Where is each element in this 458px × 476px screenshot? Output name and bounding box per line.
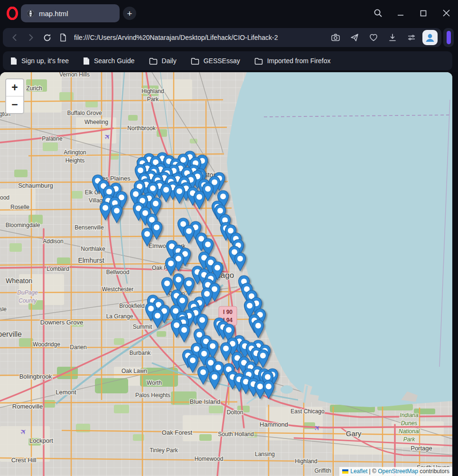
map-label: South Holland [218,431,253,438]
easy-setup-button[interactable] [403,29,420,46]
map-label: Romeoville [12,403,43,410]
bookmark-folder[interactable]: GESSEssay [191,57,240,65]
map-label: Burbank [130,350,151,356]
map-label: Bolingbrook [19,373,52,380]
tab-title: map.html [39,10,68,18]
map-label: Schaumburg [18,182,53,189]
map-label: Oak Lawn [122,368,147,374]
map-label: Darien [70,344,86,351]
sidebar-toggle[interactable] [443,28,454,47]
browser-window: map.html + [0,0,458,476]
address-row: file:///C:/Users/Arvind%20Natarajan/Desk… [0,26,458,49]
map-label: Vernon Hills [59,72,90,78]
map-svg: I 90 I 94 57 ✈✈✈ Vernon HillsZurichHighl… [0,72,452,476]
map-label: Buffalo Grove [67,110,102,116]
opera-logo-icon[interactable] [6,7,19,20]
address-bar: file:///C:/Users/Arvind%20Natarajan/Desk… [3,28,441,47]
url-field[interactable]: file:///C:/Users/Arvind%20Natarajan/Desk… [74,34,327,41]
map-label: Lisle [0,306,7,313]
zoom-control: + − [5,78,24,114]
sliders-icon [407,33,416,42]
map-label: Palos Heights [135,392,170,399]
map-label: Dolton [227,409,243,416]
map-label: Brookfield [119,303,144,309]
sidebar-indicator [447,31,451,44]
bookmark-item[interactable]: Search Guide [83,57,135,65]
map-container[interactable]: I 90 I 94 57 ✈✈✈ Vernon HillsZurichHighl… [0,72,452,476]
map-label: Worth [147,380,162,386]
map-label: East Chicago [290,408,325,415]
search-icon [374,9,383,18]
folder-icon [191,57,199,65]
osm-link[interactable]: OpenStreetMap [378,468,418,475]
share-button[interactable] [346,29,363,46]
chevron-left-icon [10,33,19,42]
camera-icon [331,33,340,42]
reload-button[interactable] [39,29,55,46]
plus-icon: + [127,9,132,18]
map-label: La Grange [106,313,133,320]
map-attribution: Leaflet | © OpenStreetMap contributors [339,467,452,476]
map-label: Oak Forest [162,429,193,436]
snapshot-button[interactable] [327,29,344,46]
close-button[interactable] [441,8,451,19]
zoom-out-button[interactable]: − [6,96,23,113]
map-label: Palatine [42,135,63,142]
map-label: Elmhurst [78,257,104,264]
window-edge [452,72,458,476]
map-label: Homewood [195,456,224,462]
browser-tab[interactable]: map.html [21,4,120,22]
map-label: Naperville [0,330,22,338]
maximize-button[interactable] [418,8,429,19]
minimize-icon [397,10,404,17]
leaflet-link[interactable]: Leaflet [350,468,367,475]
wolf-lake [280,385,293,394]
download-icon [388,33,397,42]
folder-icon [149,57,158,65]
map-label: Gary [346,429,362,438]
downloads-button[interactable] [384,29,401,46]
map-label: Crest Hill [11,457,37,464]
bookmark-folder[interactable]: Imported from Firefox [254,57,331,65]
page-icon [59,33,67,42]
title-bar: map.html + [0,0,458,26]
map-label: Zurich [26,85,42,92]
map-label: Bellwood [106,269,130,276]
map-label: Northbrook [127,125,156,132]
map-label: Blue Island [190,398,220,405]
avatar-icon [424,32,436,43]
map-label: Roselle [10,204,29,210]
forward-button[interactable] [23,29,39,46]
profile-button[interactable] [422,30,438,45]
back-button[interactable] [7,29,23,46]
map-label: Wheaton [6,277,32,285]
bookmarks-row: Sign up, it's free Search Guide Daily GE… [0,49,458,72]
map-label: Tinley Park [150,447,178,454]
map-label: Wheeling [84,119,108,125]
new-tab-button[interactable]: + [123,7,136,20]
bookmark-page-button[interactable] [365,29,382,46]
map-label: Lombard [47,266,69,272]
map-label: Lockport [29,437,53,444]
map-label: Hammond [260,421,288,428]
bookmark-item[interactable]: Sign up, it's free [10,57,69,65]
folder-icon [254,57,263,65]
map-label: Lemont [56,389,76,396]
search-tabs-button[interactable] [373,8,383,19]
map-label: Addison [43,238,63,245]
ukraine-flag-icon [342,469,348,474]
map-label: Westchester [102,286,133,293]
page-icon [83,57,90,65]
site-info-button[interactable] [55,29,71,46]
map-label: Griffith [314,467,331,474]
zoom-in-button[interactable]: + [6,79,23,96]
heart-icon [369,33,378,42]
send-icon [350,33,359,42]
minimize-button[interactable] [395,8,406,19]
bookmark-folder[interactable]: Daily [149,57,177,65]
map-label: Highland [295,458,317,465]
map-label: Portage [411,445,432,452]
close-icon [442,9,450,17]
reload-icon [43,33,52,42]
map-label: Northlake [81,246,105,252]
